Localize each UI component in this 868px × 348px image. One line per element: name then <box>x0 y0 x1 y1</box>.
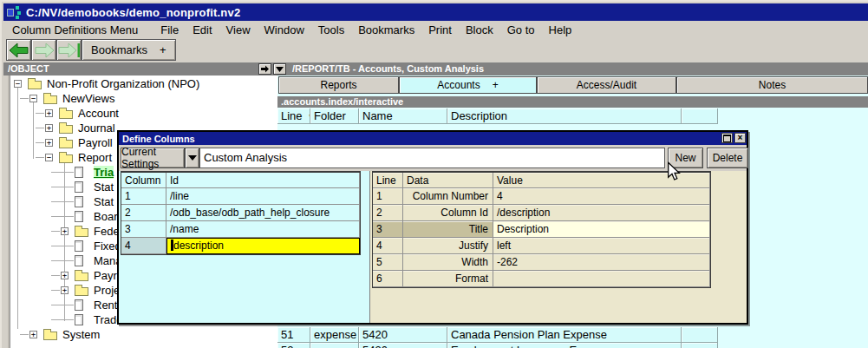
menu-file[interactable]: File <box>153 23 186 37</box>
tree-item-system[interactable]: System <box>3 327 277 342</box>
cell-line[interactable]: 4 <box>373 238 403 254</box>
settings-dropdown-button[interactable] <box>185 148 199 168</box>
maximize-button[interactable] <box>721 133 733 143</box>
cell-line[interactable]: 2 <box>373 205 403 221</box>
header-name[interactable]: Name <box>359 108 447 124</box>
current-settings-button[interactable]: Current Settings <box>121 148 185 168</box>
cell-extra[interactable] <box>682 327 718 343</box>
cell-data[interactable]: Format <box>403 271 493 287</box>
table-row[interactable]: 2 /odb_base/odb_path_help_closure <box>121 205 360 221</box>
expand-icon[interactable] <box>61 227 69 235</box>
cell-column-id[interactable]: /odb_base/odb_path_help_closure <box>166 205 360 221</box>
document-icon <box>75 240 83 252</box>
cell-line[interactable]: 6 <box>373 271 403 287</box>
cell-name[interactable]: 5420 <box>359 327 447 343</box>
cell-folder[interactable]: expense <box>310 327 359 343</box>
collapse-icon[interactable] <box>14 80 22 88</box>
expand-icon[interactable] <box>29 331 37 338</box>
table-row[interactable]: 5 Width -262 <box>373 254 710 271</box>
forward-end-button[interactable] <box>56 39 82 61</box>
cell-value[interactable]: -262 <box>493 254 710 271</box>
cell-column-number[interactable]: 4 <box>121 238 166 254</box>
cell-data[interactable]: Justify <box>403 238 493 254</box>
cell-name[interactable]: 5430 <box>359 343 447 348</box>
expand-icon[interactable] <box>45 124 53 132</box>
cell-data[interactable]: Title <box>403 221 493 238</box>
expand-icon[interactable] <box>45 109 53 117</box>
menu-column-definitions[interactable]: Column Definitions Menu <box>5 23 145 37</box>
collapse-icon[interactable] <box>45 154 53 161</box>
table-row-selected[interactable]: 4 description <box>121 238 360 254</box>
cell-column-id[interactable]: /name <box>166 221 360 238</box>
dialog-title-bar[interactable]: Define Columns × <box>119 132 747 145</box>
cell-column-id[interactable]: /line <box>166 188 360 205</box>
collapse-icon[interactable] <box>29 95 37 102</box>
table-row[interactable]: 52 expense 5430 Employment Insurance Exp… <box>277 343 718 348</box>
header-description[interactable]: Description <box>447 108 682 124</box>
back-button[interactable] <box>6 39 31 61</box>
cell-value[interactable]: /description <box>493 205 710 221</box>
tab-reports[interactable]: Reports <box>278 76 399 94</box>
tree-item-newviews[interactable]: NewViews <box>3 91 277 106</box>
pane-dropdown-button[interactable] <box>273 63 286 75</box>
cell-column-number[interactable]: 2 <box>121 205 166 221</box>
header-column: Column <box>121 173 166 188</box>
table-row[interactable]: 51 expense 5420 Canada Pension Plan Expe… <box>277 327 718 343</box>
cell-extra[interactable] <box>682 343 718 348</box>
menu-tools[interactable]: Tools <box>311 23 351 37</box>
menu-help[interactable]: Help <box>542 23 579 37</box>
cell-value[interactable]: Description <box>493 221 710 238</box>
table-row[interactable]: 6 Format <box>373 271 710 287</box>
tree-item-npo[interactable]: Non-Profit Organization (NPO) <box>3 76 277 91</box>
cell-folder[interactable]: expense <box>310 343 359 348</box>
cell-line[interactable]: 3 <box>373 221 403 238</box>
menu-goto[interactable]: Go to <box>500 23 542 37</box>
folder-icon <box>75 272 88 281</box>
forward-button[interactable] <box>31 39 56 61</box>
tab-notes[interactable]: Notes <box>676 76 868 94</box>
tab-accounts[interactable]: Accounts+ <box>399 76 537 94</box>
cell-line[interactable]: 52 <box>277 343 310 348</box>
cell-line[interactable]: 5 <box>373 254 403 271</box>
cell-value[interactable]: left <box>493 238 710 254</box>
table-row[interactable]: 3 /name <box>121 221 360 238</box>
columns-pane: Column Id 1 /line 2 /odb_base/odb_path_h… <box>119 171 370 323</box>
menu-bookmarks[interactable]: Bookmarks <box>351 23 421 37</box>
cell-column-number[interactable]: 3 <box>121 221 166 238</box>
folder-icon <box>59 154 73 163</box>
cell-data[interactable]: Column Number <box>403 188 493 205</box>
expand-icon[interactable] <box>61 272 69 279</box>
table-row[interactable]: 2 Column Id /description <box>373 205 710 221</box>
cell-column-number[interactable]: 1 <box>121 188 166 205</box>
header-folder[interactable]: Folder <box>310 108 359 124</box>
expand-icon[interactable] <box>61 286 69 294</box>
table-row[interactable]: 1 Column Number 4 <box>373 188 710 205</box>
menu-view[interactable]: View <box>219 23 258 37</box>
table-row[interactable]: 1 /line <box>121 188 360 205</box>
bookmarks-button[interactable]: Bookmarks + <box>82 39 176 61</box>
cell-line[interactable]: 1 <box>373 188 403 205</box>
tab-access-audit[interactable]: Access/Audit <box>537 76 676 94</box>
menu-block[interactable]: Block <box>459 23 500 37</box>
cell-data[interactable]: Width <box>403 254 493 271</box>
cell-value[interactable] <box>493 271 710 287</box>
expand-icon[interactable] <box>45 139 53 147</box>
accounts-table-header: Linev Folder Name Description <box>277 108 718 124</box>
cell-line[interactable]: 51 <box>277 327 310 343</box>
delete-button[interactable]: Delete <box>707 148 748 168</box>
menu-edit[interactable]: Edit <box>186 23 219 37</box>
table-row-selected[interactable]: 3 Title Description <box>373 221 710 238</box>
menu-print[interactable]: Print <box>421 23 459 37</box>
pane-arrow-button[interactable] <box>258 63 271 75</box>
cell-value[interactable]: 4 <box>493 188 710 205</box>
cell-description[interactable]: Canada Pension Plan Expense <box>447 327 682 343</box>
header-line[interactable]: Linev <box>277 108 310 124</box>
table-row[interactable]: 4 Justify left <box>373 238 710 254</box>
tree-item-account[interactable]: Account <box>3 106 277 121</box>
settings-name-field[interactable]: Custom Analysis <box>199 148 665 168</box>
cell-description[interactable]: Employment Insurance Expense <box>447 343 682 348</box>
cell-data[interactable]: Column Id <box>403 205 493 221</box>
menu-window[interactable]: Window <box>258 23 311 37</box>
cell-column-id-editing[interactable]: description <box>166 238 360 254</box>
close-button[interactable]: × <box>734 133 746 143</box>
